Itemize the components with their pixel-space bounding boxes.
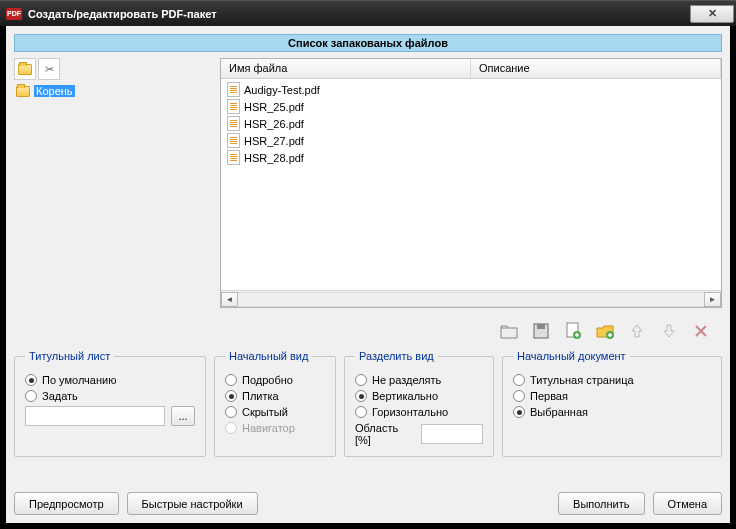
file-list-banner: Список запакованых файлов (14, 34, 722, 52)
option-label: Выбранная (530, 406, 588, 418)
preview-button[interactable]: Предпросмотр (14, 492, 119, 515)
group-legend: Начальный документ (513, 350, 630, 362)
add-folder-button[interactable] (594, 320, 616, 342)
radio-icon (513, 406, 525, 418)
delete-button[interactable] (690, 320, 712, 342)
new-folder-button[interactable] (14, 58, 36, 80)
folder-icon (18, 64, 32, 75)
option-hidden[interactable]: Скрытый (225, 406, 325, 418)
option-default[interactable]: По умолчанию (25, 374, 195, 386)
list-item[interactable]: HSR_27.pdf (225, 132, 717, 149)
option-first[interactable]: Первая (513, 390, 711, 402)
radio-icon (355, 406, 367, 418)
option-label: По умолчанию (42, 374, 116, 386)
option-label: Не разделять (372, 374, 441, 386)
toolbar-strip (14, 314, 722, 344)
titlebar: PDF Создать/редактировать PDF-пакет ✕ (0, 0, 736, 26)
list-body[interactable]: Audigy-Test.pdf HSR_25.pdf HSR_26.pdf HS… (221, 79, 721, 290)
option-set[interactable]: Задать (25, 390, 195, 402)
add-file-button[interactable] (562, 320, 584, 342)
radio-icon (225, 390, 237, 402)
client-area: Список запакованых файлов ✂ Корень Имя ф… (6, 26, 730, 523)
title-page-group: Титульный лист По умолчанию Задать ... (14, 350, 206, 457)
radio-icon (225, 406, 237, 418)
group-legend: Начальный вид (225, 350, 312, 362)
split-view-group: Разделить вид Не разделять Вертикально Г… (344, 350, 494, 457)
option-label: Подробно (242, 374, 293, 386)
option-label: Скрытый (242, 406, 288, 418)
open-folder-button[interactable] (498, 320, 520, 342)
cancel-button[interactable]: Отмена (653, 492, 722, 515)
radio-icon (25, 374, 37, 386)
scroll-left-button[interactable]: ◄ (221, 292, 238, 307)
move-up-button[interactable] (626, 320, 648, 342)
pdf-icon (227, 116, 240, 131)
move-down-button[interactable] (658, 320, 680, 342)
option-label: Навигатор (242, 422, 295, 434)
browse-button[interactable]: ... (171, 406, 195, 426)
radio-icon (225, 374, 237, 386)
close-button[interactable]: ✕ (690, 5, 734, 23)
file-name: HSR_27.pdf (244, 135, 304, 147)
scroll-track[interactable] (238, 292, 704, 307)
option-label: Вертикально (372, 390, 438, 402)
pdf-icon (227, 133, 240, 148)
radio-icon (355, 390, 367, 402)
radio-icon (25, 390, 37, 402)
list-item[interactable]: Audigy-Test.pdf (225, 81, 717, 98)
option-navigator: Навигатор (225, 422, 325, 434)
option-label: Титульная страница (530, 374, 634, 386)
pdf-icon (227, 150, 240, 165)
pdf-icon (227, 82, 240, 97)
tree-item-label: Корень (34, 85, 75, 97)
option-label: Горизонтально (372, 406, 448, 418)
radio-icon (225, 422, 237, 434)
file-list: Имя файла Описание Audigy-Test.pdf HSR_2… (220, 58, 722, 308)
option-label: Первая (530, 390, 568, 402)
file-name: HSR_25.pdf (244, 101, 304, 113)
radio-icon (513, 374, 525, 386)
file-name: HSR_26.pdf (244, 118, 304, 130)
list-header: Имя файла Описание (221, 59, 721, 79)
tree-root-item[interactable]: Корень (14, 84, 214, 98)
group-legend: Разделить вид (355, 350, 438, 362)
folder-tree[interactable]: Корень (14, 84, 214, 308)
app-icon: PDF (6, 8, 22, 20)
pdf-icon (227, 99, 240, 114)
window-title: Создать/редактировать PDF-пакет (28, 8, 690, 20)
list-item[interactable]: HSR_25.pdf (225, 98, 717, 115)
scroll-right-button[interactable]: ► (704, 292, 721, 307)
area-input[interactable] (421, 424, 483, 444)
radio-icon (355, 374, 367, 386)
save-button[interactable] (530, 320, 552, 342)
title-file-input[interactable] (25, 406, 165, 426)
folder-icon (16, 86, 30, 97)
cut-button[interactable]: ✂ (38, 58, 60, 80)
file-name: HSR_28.pdf (244, 152, 304, 164)
option-vertical[interactable]: Вертикально (355, 390, 483, 402)
option-cover[interactable]: Титульная страница (513, 374, 711, 386)
horizontal-scrollbar[interactable]: ◄ ► (221, 290, 721, 307)
option-label: Плитка (242, 390, 279, 402)
list-item[interactable]: HSR_26.pdf (225, 115, 717, 132)
option-label: Задать (42, 390, 78, 402)
option-horizontal[interactable]: Горизонтально (355, 406, 483, 418)
quick-settings-button[interactable]: Быстрые настройки (127, 492, 258, 515)
option-no-split[interactable]: Не разделять (355, 374, 483, 386)
ok-button[interactable]: Выполнить (558, 492, 644, 515)
svg-rect-1 (537, 324, 545, 329)
file-name: Audigy-Test.pdf (244, 84, 320, 96)
option-detail[interactable]: Подробно (225, 374, 325, 386)
group-legend: Титульный лист (25, 350, 114, 362)
list-item[interactable]: HSR_28.pdf (225, 149, 717, 166)
column-filename[interactable]: Имя файла (221, 59, 471, 78)
option-selected[interactable]: Выбранная (513, 406, 711, 418)
initial-view-group: Начальный вид Подробно Плитка Скрытый На… (214, 350, 336, 457)
scissors-icon: ✂ (45, 63, 54, 76)
radio-icon (513, 390, 525, 402)
area-label: Область [%] (355, 422, 415, 446)
initial-doc-group: Начальный документ Титульная страница Пе… (502, 350, 722, 457)
column-description[interactable]: Описание (471, 59, 721, 78)
option-tile[interactable]: Плитка (225, 390, 325, 402)
